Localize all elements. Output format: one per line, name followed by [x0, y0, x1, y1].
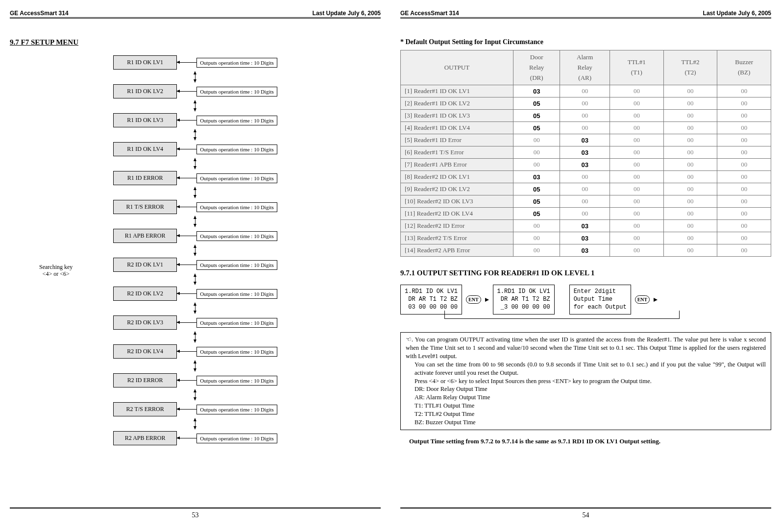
search-key-label: Searching key <4> or <6> [39, 264, 73, 278]
row-label: [7] Reader#1 APB Error [401, 159, 513, 171]
cell-ar: 00 [560, 85, 610, 97]
flow-node: R1 ID OK LV2 [113, 84, 177, 98]
row-label: [13] Reader#2 T/S Error [401, 232, 513, 244]
arrow-left-icon [177, 380, 196, 381]
arrow-left-icon [177, 236, 196, 236]
flow-node: R1 ID OK LV3 [113, 113, 177, 127]
flow-node-row: R2 ID OK LV4Outputs operation time : 10 … [113, 344, 277, 359]
th-bz: Buzzer (BZ) [717, 50, 771, 85]
cell-dr: 05 [513, 195, 560, 208]
cell-t2: 00 [663, 232, 717, 244]
flow-desc: Outputs operation time : 10 Digits [196, 376, 277, 386]
flow-node: R1 ID OK LV1 [113, 55, 177, 70]
table-caption: * Default Output Setting for Input Circu… [400, 38, 771, 46]
cell-t2: 00 [663, 134, 717, 146]
arrow-left-icon [177, 120, 196, 121]
flow-node-row: R1 APB ERROROutputs operation time : 10 … [113, 229, 277, 243]
flow-node-row: R2 ID ERROROutputs operation time : 10 D… [113, 373, 277, 387]
flow-desc: Outputs operation time : 10 Digits [196, 318, 277, 328]
note-l8: BZ: Buzzer Output Time [415, 418, 766, 427]
cell-ar: 00 [560, 122, 610, 134]
flow-connector [163, 244, 227, 256]
cell-t1: 00 [610, 220, 664, 232]
cell-bz: 00 [717, 208, 771, 220]
flow-node: R2 T/S ERROR [113, 402, 177, 416]
flow-node: R2 ID OK LV2 [113, 287, 177, 301]
product-name: GE AccessSmart 314 [10, 10, 69, 17]
th-t1: TTL#1 (T1) [610, 50, 664, 85]
row-label: [14] Reader#2 APB Error [401, 244, 513, 257]
cell-ar: 00 [560, 208, 610, 220]
cell-bz: 00 [717, 220, 771, 232]
cell-bz: 00 [717, 195, 771, 208]
cell-bz: 00 [717, 146, 771, 159]
cell-ar: 03 [560, 134, 610, 146]
arrow-left-icon [177, 207, 196, 207]
flow-node-row: R2 ID OK LV1Outputs operation time : 10 … [113, 258, 277, 272]
flow-desc: Outputs operation time : 10 Digits [196, 202, 277, 212]
arrow-left-icon [177, 438, 196, 438]
cell-t2: 00 [663, 146, 717, 159]
flow-desc: Outputs operation time : 10 Digits [196, 260, 277, 270]
table-row: [1] Reader#1 ID OK LV10300000000 [401, 85, 771, 97]
flow-node: R2 APB ERROR [113, 431, 177, 445]
cell-t1: 00 [610, 183, 664, 195]
table-row: [13] Reader#2 T/S Error0003000000 [401, 232, 771, 244]
table-row: [5] Reader#1 ID Error0003000000 [401, 134, 771, 146]
page-left: GE AccessSmart 314 Last Update July 6, 2… [10, 10, 381, 519]
row-label: [11] Reader#2 ID OK LV4 [401, 208, 513, 220]
cell-bz: 00 [717, 183, 771, 195]
table-row: [10] Reader#2 ID OK LV30500000000 [401, 195, 771, 208]
cell-dr: 03 [513, 85, 560, 97]
note-l3: Press <4> or <6> key to select Input Sou… [415, 377, 766, 386]
page-number: 53 [10, 511, 381, 519]
cell-t2: 00 [663, 171, 717, 183]
flow-desc: Outputs operation time : 10 Digits [196, 231, 277, 241]
cell-t1: 00 [610, 122, 664, 134]
row-label: [9] Reader#2 ID OK LV2 [401, 183, 513, 195]
arrow-left-icon [177, 149, 196, 149]
note-l5: AR: Alarm Relay Output Time [415, 393, 766, 402]
table-row: [6] Reader#1 T/S Error0003000000 [401, 146, 771, 159]
header-rule [400, 18, 771, 19]
cell-dr: 00 [513, 244, 560, 257]
cell-ar: 00 [560, 195, 610, 208]
ent-button-2[interactable]: ENT [635, 295, 650, 304]
flow-node-row: R1 T/S ERROROutputs operation time : 10 … [113, 200, 277, 214]
header-rule [10, 18, 381, 19]
output-table: OUTPUT Door Relay (DR) Alarm Relay (AR) … [400, 50, 771, 257]
cell-t1: 00 [610, 171, 664, 183]
arrow-left-icon [177, 178, 196, 178]
cell-t1: 00 [610, 134, 664, 146]
lcd-screen-2: 1.RD1 ID OK LV1 DR AR T1 T2 BZ _3 00 00 … [493, 285, 555, 314]
arrow-right-icon [485, 298, 489, 302]
update-date: Last Update July 6, 2005 [313, 10, 381, 17]
row-label: [12] Reader#2 ID Error [401, 220, 513, 232]
table-row: [11] Reader#2 ID OK LV40500000000 [401, 208, 771, 220]
cell-dr: 05 [513, 208, 560, 220]
arrow-left-icon [177, 265, 196, 265]
cell-bz: 00 [717, 171, 771, 183]
lcd-screen-1: 1.RD1 ID OK LV1 DR AR T1 T2 BZ 03 00 00 … [400, 285, 462, 314]
return-connector [444, 318, 680, 319]
search-key-l2: <4> or <6> [43, 270, 70, 277]
ent-button-1[interactable]: ENT [466, 295, 481, 304]
flow-node-row: R2 ID OK LV3Outputs operation time : 10 … [113, 315, 277, 330]
cell-ar: 03 [560, 244, 610, 257]
flow-node-row: R1 ID OK LV4Outputs operation time : 10 … [113, 142, 277, 156]
cell-t1: 00 [610, 146, 664, 159]
product-name: GE AccessSmart 314 [400, 10, 459, 17]
cell-t1: 00 [610, 195, 664, 208]
subsection-title: 9.7.1 OUTPUT SETTING FOR READER#1 ID OK … [400, 269, 771, 277]
flow-node-row: R1 ID OK LV3Outputs operation time : 10 … [113, 113, 277, 127]
flow-connector [163, 71, 227, 83]
flow-connector [163, 331, 227, 343]
note-l6: T1: TTL#1 Output Time [415, 402, 766, 410]
final-note: Output Time setting from 9.7.2 to 9.7.14… [409, 437, 771, 445]
flow-connector [163, 389, 227, 401]
flow-connector [163, 100, 227, 112]
flow-node: R2 ID ERROR [113, 373, 177, 387]
lcd-flow: 1.RD1 ID OK LV1 DR AR T1 T2 BZ 03 00 00 … [400, 285, 771, 314]
cell-t2: 00 [663, 183, 717, 195]
cell-t2: 00 [663, 159, 717, 171]
